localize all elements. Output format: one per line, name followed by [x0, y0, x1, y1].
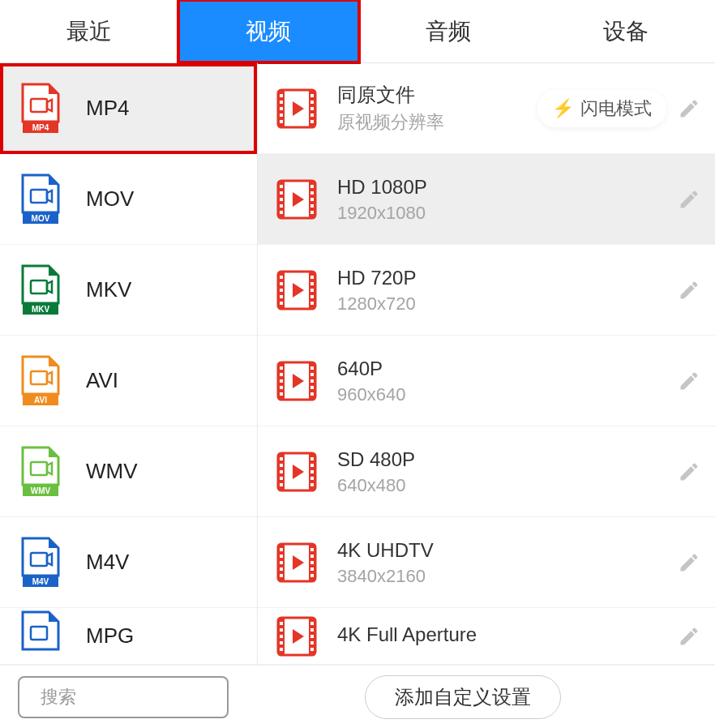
format-label: M4V: [86, 550, 129, 575]
svg-rect-102: [280, 635, 283, 638]
svg-rect-75: [280, 464, 283, 467]
search-box[interactable]: [18, 676, 229, 718]
svg-rect-22: [280, 94, 283, 97]
search-input[interactable]: [41, 687, 263, 708]
svg-rect-29: [310, 107, 314, 110]
format-item-wmv[interactable]: WMV WMV: [0, 426, 257, 517]
format-item-mpg[interactable]: MPG: [0, 608, 257, 665]
footer-bar: 添加自定义设置: [0, 665, 715, 728]
resolution-item-source[interactable]: 同原文件 原视频分辨率 ⚡ 闪电模式: [258, 63, 715, 154]
svg-text:MOV: MOV: [32, 214, 50, 223]
resolution-title: HD 720P: [337, 265, 678, 290]
resolution-item-1080p[interactable]: HD 1080P 1920x1080: [258, 154, 715, 245]
svg-rect-78: [280, 483, 283, 486]
edit-icon[interactable]: [678, 188, 700, 211]
svg-rect-26: [280, 120, 283, 123]
video-play-icon: [276, 360, 318, 402]
edit-icon[interactable]: [678, 551, 700, 574]
svg-rect-63: [280, 379, 283, 383]
format-label: MPG: [86, 623, 134, 649]
svg-rect-109: [310, 648, 314, 651]
lightning-mode-badge[interactable]: ⚡ 闪电模式: [537, 90, 666, 127]
resolution-sub: 3840x2160: [337, 566, 678, 587]
svg-rect-79: [310, 457, 314, 460]
resolution-item-4k-full-aperture[interactable]: 4K Full Aperture: [258, 608, 715, 665]
resolution-item-640p[interactable]: 640P 960x640: [258, 336, 715, 426]
svg-rect-87: [280, 548, 283, 551]
file-m4v-icon: M4V: [19, 537, 62, 589]
svg-rect-41: [310, 191, 314, 195]
tab-audio[interactable]: 音频: [359, 0, 537, 62]
svg-rect-48: [280, 276, 283, 279]
format-label: WMV: [86, 459, 138, 484]
svg-rect-95: [310, 567, 314, 571]
tabs-bar: 最近 视频 音频 设备: [0, 0, 715, 63]
svg-rect-89: [280, 561, 283, 564]
resolution-text: 同原文件 原视频分辨率: [337, 82, 537, 135]
resolution-text: 4K UHDTV 3840x2160: [337, 537, 678, 587]
format-item-mkv[interactable]: MKV MKV: [0, 245, 257, 336]
lightning-label: 闪电模式: [580, 96, 652, 121]
svg-rect-44: [310, 211, 314, 214]
svg-rect-94: [310, 561, 314, 564]
resolution-text: HD 720P 1280x720: [337, 265, 678, 315]
tab-video[interactable]: 视频: [177, 0, 362, 64]
svg-rect-56: [310, 295, 314, 298]
svg-rect-77: [280, 477, 283, 480]
video-play-icon: [276, 269, 318, 311]
svg-rect-54: [310, 282, 314, 285]
svg-text:MP4: MP4: [32, 123, 49, 132]
format-item-m4v[interactable]: M4V M4V: [0, 517, 257, 608]
svg-rect-104: [280, 648, 283, 651]
svg-rect-64: [280, 386, 283, 389]
svg-rect-88: [280, 555, 283, 558]
edit-icon[interactable]: [678, 460, 700, 483]
resolution-text: 4K Full Aperture: [337, 622, 678, 650]
svg-rect-100: [280, 622, 283, 625]
svg-rect-35: [280, 185, 283, 188]
resolution-sub: 1920x1080: [337, 203, 678, 224]
resolution-item-720p[interactable]: HD 720P 1280x720: [258, 245, 715, 336]
svg-rect-70: [310, 392, 314, 396]
svg-rect-80: [310, 464, 314, 467]
svg-rect-68: [310, 379, 314, 383]
svg-rect-27: [310, 94, 314, 97]
edit-icon[interactable]: [678, 97, 700, 120]
edit-icon[interactable]: [678, 279, 700, 302]
format-item-mov[interactable]: MOV MOV: [0, 154, 257, 245]
svg-rect-106: [310, 628, 314, 632]
tab-device[interactable]: 设备: [537, 0, 716, 62]
edit-icon[interactable]: [678, 625, 700, 648]
file-mpg-icon: [19, 610, 62, 662]
resolution-title: 同原文件: [337, 82, 537, 107]
svg-rect-62: [280, 373, 283, 376]
svg-text:M4V: M4V: [32, 577, 49, 586]
svg-rect-55: [310, 289, 314, 292]
svg-rect-50: [280, 289, 283, 292]
video-play-icon: [276, 88, 318, 130]
lightning-icon: ⚡: [552, 98, 574, 119]
resolution-item-480p[interactable]: SD 480P 640x480: [258, 426, 715, 517]
svg-rect-24: [280, 107, 283, 110]
svg-rect-28: [310, 101, 314, 104]
svg-rect-43: [310, 204, 314, 208]
resolution-title: 4K UHDTV: [337, 537, 678, 563]
svg-rect-65: [280, 392, 283, 396]
format-label: AVI: [86, 368, 118, 393]
format-item-mp4[interactable]: MP4 MP4: [0, 63, 257, 154]
svg-rect-105: [310, 622, 314, 625]
svg-rect-93: [310, 555, 314, 558]
svg-rect-31: [310, 120, 314, 123]
svg-rect-38: [280, 204, 283, 208]
video-play-icon: [276, 615, 318, 657]
svg-rect-52: [280, 302, 283, 305]
svg-rect-23: [280, 101, 283, 104]
edit-icon[interactable]: [678, 370, 700, 392]
format-item-avi[interactable]: AVI AVI: [0, 336, 257, 426]
add-custom-button[interactable]: 添加自定义设置: [365, 675, 561, 719]
resolution-item-4k-uhdtv[interactable]: 4K UHDTV 3840x2160: [258, 517, 715, 608]
svg-rect-103: [280, 641, 283, 644]
resolution-sub: 640x480: [337, 475, 678, 496]
tab-recent[interactable]: 最近: [0, 0, 178, 62]
resolution-title: HD 1080P: [337, 174, 678, 199]
